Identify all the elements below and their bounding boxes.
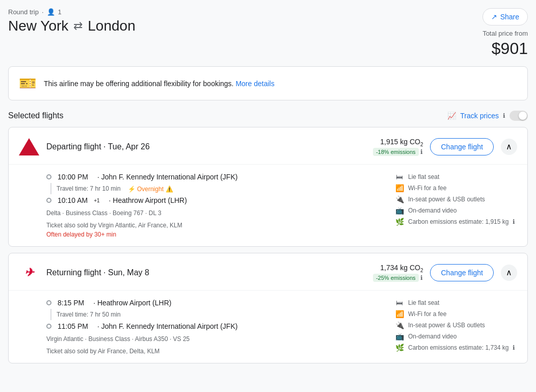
- amenity-row-0: 🛏 Lie flat seat: [395, 173, 517, 181]
- flight-times-returning: 8:15 PM · Heathrow Airport (LHR) Travel …: [46, 299, 385, 355]
- trip-title: New York ⇄ London: [8, 18, 136, 34]
- departure-time: 10:00 PM: [58, 173, 88, 181]
- virgin-logo: ✈: [24, 266, 34, 279]
- timeline: 8:15 PM · Heathrow Airport (LHR) Travel …: [46, 299, 385, 330]
- also-sold-by: Ticket also sold by Virgin Atlantic, Air…: [46, 222, 385, 229]
- co2-info-icon[interactable]: ℹ: [420, 148, 423, 155]
- amenity-label-4: Carbon emissions estimate: 1,734 kg: [408, 344, 508, 351]
- share-label: Share: [500, 13, 519, 21]
- co2-info-icon[interactable]: ℹ: [420, 274, 423, 281]
- change-flight-button-departing[interactable]: Change flight: [430, 138, 494, 155]
- amenity-label-3: On-demand video: [408, 333, 457, 340]
- amenity-icon-3: 📺: [395, 332, 404, 341]
- carbon-info-icon[interactable]: ℹ: [513, 218, 515, 225]
- amenity-row-4: 🌿 Carbon emissions estimate: 1,915 kg ℹ: [395, 218, 517, 226]
- trip-meta: Round trip · 👤 1: [8, 8, 136, 16]
- amenities-departing: 🛏 Lie flat seat 📶 Wi-Fi for a fee 🔌 In-s…: [395, 173, 517, 238]
- amenity-label-4: Carbon emissions estimate: 1,915 kg: [408, 218, 508, 225]
- track-prices-toggle[interactable]: [510, 111, 528, 121]
- amenity-label-0: Lie flat seat: [408, 173, 439, 180]
- section-header: Selected flights 📈 Track prices ℹ: [8, 111, 528, 121]
- flight-header-returning: ✈ Returning flight · Sun, May 8 1,734 kg…: [9, 253, 527, 291]
- arrival-dot: [46, 324, 51, 329]
- flight-meta: Delta · Business Class · Boeing 767 · DL…: [46, 210, 385, 217]
- departure-time: 8:15 PM: [58, 299, 84, 307]
- flight-cards: Departing flight · Tue, Apr 26 1,915 kg …: [8, 127, 528, 363]
- amenity-row-0: 🛏 Lie flat seat: [395, 299, 517, 307]
- timeline-line: [50, 309, 51, 320]
- passenger-icon: 👤: [47, 8, 55, 16]
- airline-logo-virgin: ✈: [19, 263, 39, 283]
- amenity-row-2: 🔌 In-seat power & USB outlets: [395, 195, 517, 203]
- toggle-knob: [519, 112, 527, 120]
- collapse-button-departing[interactable]: ∧: [501, 139, 517, 155]
- travel-time: Travel time: 7 hr 10 min: [57, 185, 121, 192]
- flight-card-returning: ✈ Returning flight · Sun, May 8 1,734 kg…: [8, 253, 528, 363]
- amenity-label-3: On-demand video: [408, 207, 457, 214]
- flight-meta: Virgin Atlantic · Business Class · Airbu…: [46, 335, 385, 343]
- carbon-info-icon[interactable]: ℹ: [513, 344, 515, 351]
- travel-time: Travel time: 7 hr 50 min: [57, 311, 121, 318]
- track-prices-info-icon[interactable]: ℹ: [503, 112, 505, 119]
- departure-dot: [46, 300, 51, 305]
- arrival-time: 11:05 PM: [58, 322, 88, 330]
- flight-header-left: Departing flight · Tue, Apr 26: [19, 137, 150, 157]
- arrival-row: 11:05 PM · John F. Kennedy International…: [46, 322, 385, 330]
- co2-value: 1,734 kg CO2: [373, 264, 423, 273]
- amenity-label-1: Wi-Fi for a fee: [408, 310, 446, 318]
- departure-dot: [46, 174, 51, 179]
- airline-logo-delta: [19, 137, 39, 157]
- co2-emissions-badge: -25% emissions: [373, 274, 419, 282]
- more-details-link[interactable]: More details: [235, 80, 274, 88]
- delta-logo: [19, 138, 39, 155]
- flight-title-returning: Returning flight · Sun, May 8: [46, 268, 149, 277]
- delay-warning: Often delayed by 30+ min: [46, 231, 385, 238]
- roundtrip-arrow-icon: ⇄: [73, 19, 83, 33]
- departure-row: 8:15 PM · Heathrow Airport (LHR): [46, 299, 385, 307]
- amenity-label-0: Lie flat seat: [408, 299, 439, 306]
- departure-airport: · John F. Kennedy International Airport …: [97, 173, 237, 181]
- notice-icon: 🎫: [19, 75, 37, 92]
- amenity-row-3: 📺 On-demand video: [395, 206, 517, 215]
- page: Round trip · 👤 1 New York ⇄ London ↗ Sha…: [0, 0, 536, 378]
- track-prices-label[interactable]: Track prices: [460, 112, 499, 120]
- amenity-row-1: 📶 Wi-Fi for a fee: [395, 310, 517, 318]
- amenity-icon-4: 🌿: [395, 218, 404, 226]
- amenity-icon-1: 📶: [395, 184, 404, 192]
- header-left: Round trip · 👤 1 New York ⇄ London: [8, 8, 136, 34]
- amenity-icon-0: 🛏: [395, 299, 404, 307]
- amenity-row-2: 🔌 In-seat power & USB outlets: [395, 321, 517, 329]
- overnight-warning-icon: ⚠️: [166, 186, 173, 193]
- share-button[interactable]: ↗ Share: [483, 8, 528, 25]
- co2-box-returning: 1,734 kg CO2 -25% emissions ℹ: [373, 264, 423, 282]
- arrival-airport: · Heathrow Airport (LHR): [109, 196, 187, 204]
- trend-icon: 📈: [447, 112, 456, 120]
- co2-box-departing: 1,915 kg CO2 -18% emissions ℹ: [373, 138, 423, 156]
- timeline-line: [50, 183, 51, 194]
- amenity-icon-2: 🔌: [395, 195, 404, 203]
- amenity-icon-4: 🌿: [395, 344, 404, 352]
- collapse-button-returning[interactable]: ∧: [501, 265, 517, 281]
- flight-details-returning: 8:15 PM · Heathrow Airport (LHR) Travel …: [9, 291, 527, 363]
- amenity-label-2: In-seat power & USB outlets: [408, 196, 485, 203]
- flight-details-departing: 10:00 PM · John F. Kennedy International…: [9, 165, 527, 246]
- timeline: 10:00 PM · John F. Kennedy International…: [46, 173, 385, 204]
- flight-header-right: 1,915 kg CO2 -18% emissions ℹ Change fli…: [373, 138, 517, 156]
- total-price-label: Total price from: [483, 30, 528, 37]
- amenity-row-4: 🌿 Carbon emissions estimate: 1,734 kg ℹ: [395, 344, 517, 352]
- amenity-row-3: 📺 On-demand video: [395, 332, 517, 341]
- flight-card-departing: Departing flight · Tue, Apr 26 1,915 kg …: [8, 127, 528, 247]
- destination-city: London: [88, 18, 135, 34]
- amenity-label-1: Wi-Fi for a fee: [408, 185, 446, 192]
- co2-emissions-badge: -18% emissions: [373, 148, 419, 156]
- flight-header-departing: Departing flight · Tue, Apr 26 1,915 kg …: [9, 127, 527, 165]
- arrival-dot: [46, 198, 51, 203]
- flight-header-right: 1,734 kg CO2 -25% emissions ℹ Change fli…: [373, 264, 517, 282]
- arrival-time: 10:10 AM: [58, 196, 88, 204]
- change-flight-button-returning[interactable]: Change flight: [430, 264, 494, 281]
- origin-city: New York: [8, 18, 68, 34]
- amenity-label-2: In-seat power & USB outlets: [408, 322, 485, 329]
- arrival-airport: · John F. Kennedy International Airport …: [97, 322, 237, 330]
- amenity-icon-3: 📺: [395, 206, 404, 215]
- total-price: $901: [483, 39, 528, 58]
